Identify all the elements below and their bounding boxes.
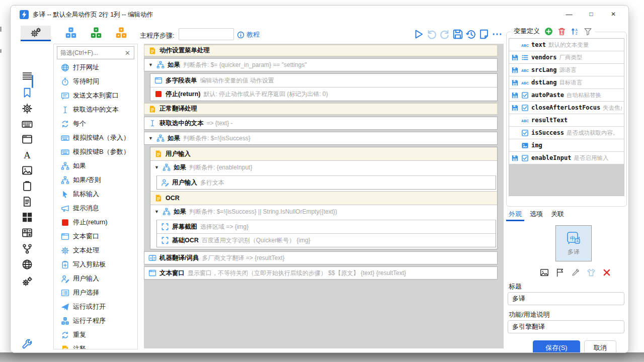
action-item[interactable]: 注释 bbox=[54, 342, 137, 349]
maximize-button[interactable]: □ bbox=[580, 6, 602, 23]
action-item[interactable]: 如果/否则 bbox=[54, 173, 137, 187]
rail-bookmark-active[interactable] bbox=[22, 87, 33, 98]
rail-clipboard[interactable] bbox=[22, 180, 33, 192]
pick-flag-icon[interactable] bbox=[555, 268, 565, 277]
collapse-toggle[interactable]: ▼ bbox=[148, 62, 153, 67]
collapse-toggle[interactable]: ▼ bbox=[148, 136, 153, 141]
step-row[interactable]: 基础OCR百度通用文字识别（Quicker帐号） {img} bbox=[157, 233, 496, 247]
action-item[interactable]: 获取选中的文本 bbox=[54, 103, 137, 117]
save-button[interactable]: 保存(S) bbox=[533, 340, 580, 353]
variable-row[interactable]: ABCtext默认的文本变量 bbox=[509, 39, 624, 51]
step-row[interactable]: 获取选中的文本=> {text} - bbox=[144, 117, 498, 130]
action-item[interactable]: 模拟按键B（参数） bbox=[54, 145, 137, 159]
rail-calculator[interactable] bbox=[22, 227, 33, 238]
variable-row[interactable]: enableInput是否启用输入 bbox=[509, 152, 624, 164]
variable-row[interactable]: ABCsrcLang源语言 bbox=[509, 64, 624, 76]
action-item[interactable]: 运行或打开 bbox=[54, 300, 137, 314]
title-field[interactable] bbox=[508, 292, 624, 305]
action-item[interactable]: 重复 bbox=[54, 328, 137, 342]
variable-row[interactable]: closeAfterLostFocus失去焦点后 bbox=[509, 102, 624, 114]
action-item[interactable]: 如果 bbox=[54, 159, 137, 173]
rail-git-branch[interactable] bbox=[22, 243, 33, 254]
step-row[interactable]: 文本窗口显示窗口，不等待关闭（立即开始执行后续的步骤） $$【原文】 {text… bbox=[144, 266, 498, 280]
rail-document[interactable] bbox=[22, 196, 33, 207]
variable-row[interactable]: ABCresultText bbox=[509, 114, 624, 127]
variable-row[interactable]: img bbox=[509, 139, 624, 152]
action-item[interactable]: 运行子程序 bbox=[54, 314, 137, 328]
remove-icon-icon[interactable] bbox=[602, 268, 611, 277]
variable-row[interactable]: isSuccess是否成功获取内容。 bbox=[509, 127, 624, 139]
minimize-button[interactable]: — bbox=[558, 6, 580, 23]
save-button[interactable] bbox=[452, 29, 463, 40]
tab-选项[interactable]: 选项 bbox=[530, 210, 543, 219]
step-row[interactable]: ▼如果判断条件: {enableInput} bbox=[150, 160, 497, 174]
action-item[interactable]: 发送文本到窗口 bbox=[54, 88, 137, 103]
tab-关联[interactable]: 关联 bbox=[551, 210, 564, 219]
run-button[interactable] bbox=[413, 29, 424, 40]
rail-letter-a[interactable]: A bbox=[22, 149, 33, 160]
action-item[interactable]: 模拟按键A（录入） bbox=[54, 131, 137, 145]
action-item[interactable]: 写入剪贴板 bbox=[54, 257, 137, 272]
main-steps-input[interactable] bbox=[179, 28, 234, 40]
steps-canvas[interactable]: 动作设置菜单处理▼如果判断条件: $= {quicker_in_param} =… bbox=[144, 44, 506, 348]
rail-windows[interactable] bbox=[22, 212, 33, 223]
cancel-button[interactable]: 取消 bbox=[584, 340, 616, 353]
comment-row[interactable]: OCR bbox=[150, 191, 497, 205]
tab-subprogram-1[interactable] bbox=[65, 27, 77, 39]
history-button[interactable] bbox=[465, 29, 476, 40]
sort-variables-icon[interactable]: AZ bbox=[571, 27, 579, 36]
rail-window[interactable] bbox=[22, 134, 33, 145]
action-item[interactable]: 每个 bbox=[54, 117, 137, 131]
rail-gears-pair[interactable] bbox=[22, 276, 33, 287]
rail-globe-dark[interactable] bbox=[22, 259, 33, 270]
tab-subprogram-2[interactable] bbox=[90, 27, 102, 39]
tutorial-link[interactable]: 教程 bbox=[237, 30, 260, 39]
step-row[interactable]: ▼如果判断条件: $= {quicker_in_param} == "setti… bbox=[144, 58, 498, 71]
step-row[interactable]: 停止(return)默认: 停止动作或从子程序返回 (标记为出错: 0) bbox=[150, 87, 497, 101]
rail-keyboard[interactable] bbox=[22, 119, 33, 130]
variable-row[interactable]: vendors厂商类型 bbox=[509, 51, 624, 64]
action-item[interactable]: 提示消息 bbox=[54, 201, 137, 215]
add-variable-icon[interactable] bbox=[544, 27, 553, 36]
rail-gear[interactable] bbox=[22, 103, 33, 114]
action-item[interactable]: 文本处理 bbox=[54, 243, 137, 257]
undo-button[interactable] bbox=[426, 29, 437, 40]
step-row[interactable]: 用户输入多行文本 bbox=[157, 176, 496, 189]
variable-row[interactable]: ABCdstLang目标语言 bbox=[509, 76, 624, 89]
step-row[interactable]: ▼如果判断条件: $=!{isSuccess} bbox=[144, 132, 498, 145]
more-button[interactable] bbox=[492, 29, 503, 40]
notes-button[interactable] bbox=[478, 29, 490, 40]
tab-actions-library[interactable] bbox=[21, 26, 51, 40]
close-button[interactable]: ✕ bbox=[602, 6, 624, 23]
variable-row[interactable]: autoPaste自动粘贴替换 bbox=[509, 89, 624, 102]
action-item[interactable]: 鼠标输入 bbox=[54, 187, 137, 201]
action-item[interactable]: 用户选择 bbox=[54, 286, 137, 300]
comment-row[interactable]: 用户输入 bbox=[150, 147, 497, 160]
collapse-toggle[interactable]: ▼ bbox=[154, 165, 159, 170]
action-item[interactable]: 用户输入 bbox=[54, 272, 137, 286]
action-item[interactable]: 文本窗口 bbox=[54, 229, 137, 243]
action-item[interactable]: 打开网址 bbox=[54, 60, 137, 74]
step-row[interactable]: ▼如果判断条件: $=!{isSuccess} || String.IsNull… bbox=[150, 205, 497, 218]
rail-menu[interactable] bbox=[22, 71, 33, 82]
filter-variables-icon[interactable] bbox=[584, 27, 592, 36]
tab-外观[interactable]: 外观 bbox=[509, 210, 522, 219]
delete-variable-icon[interactable] bbox=[557, 27, 566, 36]
action-item[interactable]: 停止(return) bbox=[54, 215, 137, 229]
tab-subprogram-3[interactable] bbox=[115, 27, 127, 39]
rail-image[interactable] bbox=[22, 165, 33, 176]
filter-input[interactable] bbox=[57, 49, 121, 56]
step-row[interactable]: 屏幕截图选择区域 => {img} bbox=[157, 220, 496, 233]
rail-wrench[interactable] bbox=[22, 338, 33, 349]
pick-style-icon[interactable] bbox=[587, 268, 596, 277]
collapse-toggle[interactable]: ▼ bbox=[154, 209, 159, 214]
pick-image-icon[interactable] bbox=[540, 268, 549, 277]
action-icon-preview[interactable]: 中A 多译 bbox=[555, 225, 592, 261]
comment-row[interactable]: 正常翻译处理 bbox=[144, 103, 498, 115]
clear-filter-icon[interactable]: ✕ bbox=[121, 49, 134, 57]
action-item[interactable]: 等待时间 bbox=[54, 74, 137, 88]
step-row[interactable]: 多字段表单编辑动作变量的值 动作设置 bbox=[150, 74, 497, 87]
pick-color-icon[interactable] bbox=[571, 268, 580, 277]
step-row[interactable]: A文机器翻译/词典多厂商文字翻译 => {resultText} bbox=[144, 251, 498, 264]
comment-row[interactable]: 动作设置菜单处理 bbox=[144, 45, 498, 56]
